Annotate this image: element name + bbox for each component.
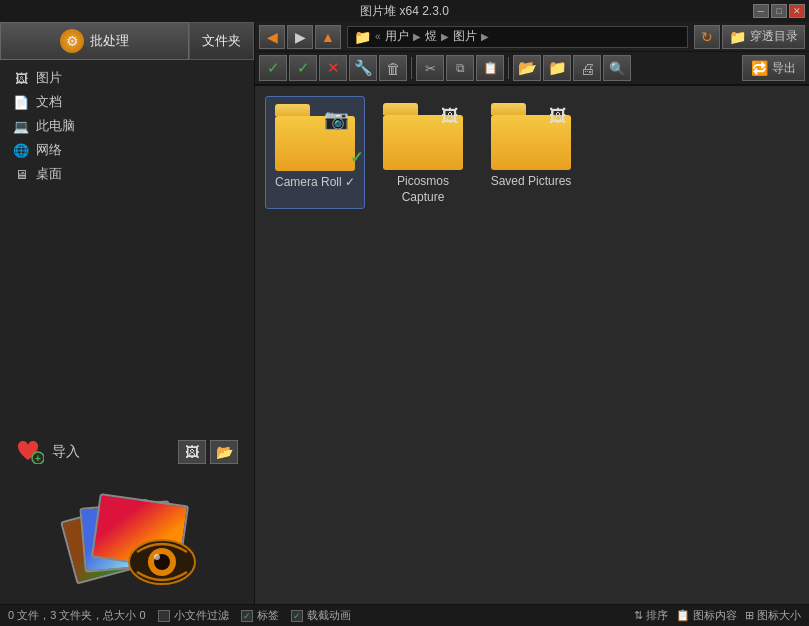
- folder-check-icon: ✓: [350, 148, 363, 167]
- tool-separator-2: [508, 57, 509, 79]
- title-bar: 图片堆 x64 2.3.0 ─ □ ✕: [0, 0, 809, 22]
- trash-button[interactable]: 🗑: [379, 55, 407, 81]
- folder-button[interactable]: 📁: [543, 55, 571, 81]
- nav-item-computer[interactable]: 💻 此电脑: [4, 114, 250, 138]
- refresh-button[interactable]: ↻: [694, 25, 720, 49]
- folder-tab-label: 文件夹: [202, 32, 241, 50]
- sidebar-bottom: + 导入 🖼 📂: [0, 324, 254, 604]
- search-btn[interactable]: 🔍: [603, 55, 631, 81]
- nav-item-network[interactable]: 🌐 网络: [4, 138, 250, 162]
- sidebar: ⚙ 批处理 文件夹 🖼 图片 📄 文档 💻 此电脑 🌐 网络: [0, 22, 255, 604]
- check-all-button[interactable]: ✓: [289, 55, 317, 81]
- up-button[interactable]: ▲: [315, 25, 341, 49]
- icon-content-button[interactable]: 📋 图标内容: [676, 608, 737, 623]
- nav-item-network-label: 网络: [36, 141, 62, 159]
- nav-item-desktop-label: 桌面: [36, 165, 62, 183]
- folder-label-camera-roll: Camera Roll ✓: [275, 175, 355, 191]
- nav-item-pictures-label: 图片: [36, 69, 62, 87]
- action-toolbar: ✓ ✓ ✕ 🔧 🗑 ✂ ⧉ 📋 📂 📁 🖨 🔍 🔁 导出: [255, 52, 809, 86]
- icon-size-label: 图标大小: [757, 608, 801, 623]
- back-button[interactable]: ◀: [259, 25, 285, 49]
- path-user: 煜: [425, 28, 437, 45]
- sort-button[interactable]: ⇅ 排序: [634, 608, 668, 623]
- documents-icon: 📄: [12, 95, 30, 109]
- icon-size-button[interactable]: ⊞ 图标大小: [745, 608, 801, 623]
- import-folder-btn[interactable]: 📂: [210, 440, 238, 464]
- copy-button[interactable]: ⧉: [446, 55, 474, 81]
- batch-label: 批处理: [90, 32, 129, 50]
- folder-picosmos-capture[interactable]: 🖼 Picosmos Capture: [373, 96, 473, 209]
- maximize-button[interactable]: □: [771, 4, 787, 18]
- batch-button[interactable]: ⚙ 批处理: [0, 22, 189, 60]
- traverse-folder-icon: 📁: [729, 29, 746, 45]
- uncheck-button[interactable]: ✕: [319, 55, 347, 81]
- window-controls: ─ □ ✕: [753, 4, 805, 18]
- gear-icon: ⚙: [60, 29, 84, 53]
- export-label: 导出: [772, 60, 796, 77]
- cut-button[interactable]: ✂: [416, 55, 444, 81]
- export-button[interactable]: 🔁 导出: [742, 55, 805, 81]
- heart-add-wrap: +: [16, 440, 44, 464]
- forward-button[interactable]: ▶: [287, 25, 313, 49]
- tags-check-group: ✓ 标签: [241, 608, 279, 623]
- sort-icon: ⇅: [634, 609, 643, 622]
- nav-item-documents[interactable]: 📄 文档: [4, 90, 250, 114]
- network-icon: 🌐: [12, 143, 30, 157]
- svg-point-5: [154, 554, 160, 560]
- pictures-icon: 🖼: [12, 71, 30, 85]
- import-img-icons: 🖼 📂: [178, 440, 238, 464]
- desktop-icon: 🖥: [12, 167, 30, 181]
- folder-thumb-picosmos: 🖼: [383, 100, 463, 170]
- eye-icon: [127, 534, 197, 589]
- heart-add-icon: +: [16, 440, 44, 464]
- path-folder-icon: 📁: [354, 29, 371, 45]
- tool-separator-1: [411, 57, 412, 79]
- icon-content-label: 图标内容: [693, 608, 737, 623]
- import-row: + 导入 🖼 📂: [0, 440, 254, 464]
- status-right: ⇅ 排序 📋 图标内容 ⊞ 图标大小: [634, 608, 801, 623]
- folder-label-picosmos: Picosmos Capture: [377, 174, 469, 205]
- anim-label: 载截动画: [307, 608, 351, 623]
- filter-label: 小文件过滤: [174, 608, 229, 623]
- tags-checkbox[interactable]: ✓: [241, 610, 253, 622]
- eye-logo: [57, 474, 197, 594]
- nav-item-desktop[interactable]: 🖥 桌面: [4, 162, 250, 186]
- nav-toolbar: ◀ ▶ ▲ 📁 « 用户 ▶ 煜 ▶ 图片 ▶ ↻ 📁 穿透目录: [255, 22, 809, 52]
- main-layout: ⚙ 批处理 文件夹 🖼 图片 📄 文档 💻 此电脑 🌐 网络: [0, 22, 809, 604]
- camera-overlay-icon: 📷: [324, 107, 349, 131]
- open-folder-button[interactable]: 📂: [513, 55, 541, 81]
- folder-thumb-saved: 🖼: [491, 100, 571, 170]
- export-icon: 🔁: [751, 60, 768, 76]
- folder-tab-button[interactable]: 文件夹: [189, 22, 254, 60]
- import-images-btn[interactable]: 🖼: [178, 440, 206, 464]
- nav-item-pictures[interactable]: 🖼 图片: [4, 66, 250, 90]
- nav-item-computer-label: 此电脑: [36, 117, 75, 135]
- path-bar[interactable]: 📁 « 用户 ▶ 煜 ▶ 图片 ▶: [347, 26, 688, 48]
- tags-label: 标签: [257, 608, 279, 623]
- paste-button[interactable]: 📋: [476, 55, 504, 81]
- traverse-label: 穿透目录: [750, 28, 798, 45]
- nav-tree: 🖼 图片 📄 文档 💻 此电脑 🌐 网络 🖥 桌面: [0, 60, 254, 324]
- folder-label-saved: Saved Pictures: [491, 174, 572, 190]
- icon-content-icon: 📋: [676, 609, 690, 622]
- filter-checkbox[interactable]: [158, 610, 170, 622]
- wrench-button[interactable]: 🔧: [349, 55, 377, 81]
- status-bar: 0 文件，3 文件夹，总大小 0 小文件过滤 ✓ 标签 ✓ 载截动画 ⇅ 排序 …: [0, 604, 809, 626]
- content-area: ◀ ▶ ▲ 📁 « 用户 ▶ 煜 ▶ 图片 ▶ ↻ 📁 穿透目录 ✓ ✓: [255, 22, 809, 604]
- anim-checkbox[interactable]: ✓: [291, 610, 303, 622]
- svg-text:+: +: [35, 453, 41, 464]
- import-label: 导入: [52, 443, 80, 461]
- check-button[interactable]: ✓: [259, 55, 287, 81]
- close-button[interactable]: ✕: [789, 4, 805, 18]
- sort-label: 排序: [646, 608, 668, 623]
- photo-stack: [67, 489, 187, 579]
- saved-overlay-icon: 🖼: [549, 106, 567, 127]
- folder-saved-pictures[interactable]: 🖼 Saved Pictures: [481, 96, 581, 209]
- traverse-button[interactable]: 📁 穿透目录: [722, 25, 805, 49]
- folder-thumb-camera-roll: 📷 ✓: [275, 101, 355, 171]
- minimize-button[interactable]: ─: [753, 4, 769, 18]
- computer-icon: 💻: [12, 119, 30, 133]
- print-button[interactable]: 🖨: [573, 55, 601, 81]
- path-pictures: 图片: [453, 28, 477, 45]
- folder-camera-roll[interactable]: 📷 ✓ Camera Roll ✓: [265, 96, 365, 209]
